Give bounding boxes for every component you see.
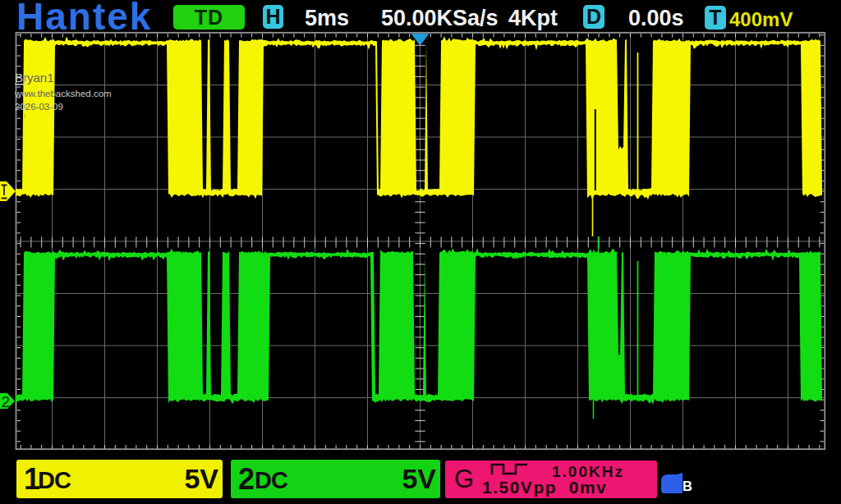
svg-text:B: B [682,479,692,493]
svg-text:2: 2 [2,393,11,410]
